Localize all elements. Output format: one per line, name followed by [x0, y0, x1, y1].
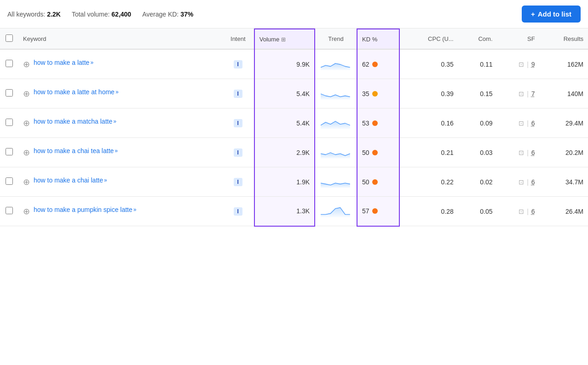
row-checkbox[interactable]: [6, 119, 13, 126]
results-cell: 20.2M: [540, 138, 588, 167]
kd-dot: [372, 179, 378, 185]
add-to-list-button[interactable]: + Add to list: [522, 6, 581, 23]
table-row: ⊕ how to make a latte » I 9.9K: [0, 49, 588, 79]
header-bar: All keywords: 2.2K Total volume: 62,400 …: [0, 0, 588, 29]
intent-cell: I: [222, 197, 254, 226]
intent-cell: I: [222, 79, 254, 108]
volume-cell: 9.9K: [254, 49, 315, 79]
sf-icon: ⊡: [519, 149, 524, 156]
intent-badge: I: [234, 90, 242, 98]
com-cell: 0.02: [458, 167, 497, 197]
select-all-checkbox[interactable]: [6, 34, 13, 42]
keyword-link[interactable]: how to make a chai latte »: [34, 177, 107, 184]
keyword-link[interactable]: how to make a matcha latte »: [34, 118, 116, 125]
keywords-table: Keyword Intent Volume ⊞ Trend KD % CPC (…: [0, 29, 588, 227]
results-value: 34.7M: [565, 178, 583, 186]
keyword-link[interactable]: how to make a latte »: [34, 59, 93, 66]
volume-column-header[interactable]: Volume ⊞: [254, 29, 315, 49]
row-checkbox-cell[interactable]: [0, 167, 18, 197]
kd-cell: 35: [357, 79, 399, 108]
cpc-cell: 0.16: [399, 108, 458, 138]
com-cell: 0.15: [458, 79, 497, 108]
trend-cell: [315, 108, 357, 138]
keyword-column-header: Keyword: [18, 29, 222, 49]
row-checkbox-cell[interactable]: [0, 108, 18, 138]
total-volume-stat: Total volume: 62,400: [72, 11, 131, 18]
row-checkbox[interactable]: [6, 207, 13, 214]
row-checkbox[interactable]: [6, 148, 13, 155]
intent-cell: I: [222, 138, 254, 167]
com-cell: 0.09: [458, 108, 497, 138]
kd-cell: 53: [357, 108, 399, 138]
sf-icon: ⊡: [519, 120, 524, 127]
volume-cell: 1.3K: [254, 197, 315, 226]
com-value: 0.09: [480, 120, 492, 127]
table-header-row: Keyword Intent Volume ⊞ Trend KD % CPC (…: [0, 29, 588, 49]
results-cell: 29.4M: [540, 108, 588, 138]
intent-badge: I: [234, 207, 242, 216]
kd-dot: [372, 120, 378, 126]
plus-icon: +: [531, 10, 535, 18]
sf-value: 9: [531, 61, 535, 68]
row-checkbox-cell[interactable]: [0, 138, 18, 167]
row-checkbox-cell[interactable]: [0, 197, 18, 226]
row-checkbox[interactable]: [6, 177, 13, 185]
keyword-add-icon[interactable]: ⊕: [23, 177, 30, 187]
keyword-cell: ⊕ how to make a matcha latte »: [18, 108, 222, 138]
kd-value: 50: [362, 149, 369, 156]
com-cell: 0.03: [458, 138, 497, 167]
keyword-arrows: »: [104, 177, 107, 183]
table-row: ⊕ how to make a chai latte » I 1.9K: [0, 167, 588, 197]
sf-cell: ⊡ | 7: [497, 79, 540, 108]
keyword-link[interactable]: how to make a chai tea latte »: [34, 147, 118, 154]
intent-badge: I: [234, 148, 242, 157]
intent-badge: I: [234, 178, 242, 186]
row-checkbox[interactable]: [6, 89, 13, 97]
sf-icon: ⊡: [519, 208, 524, 215]
kd-dot: [372, 91, 378, 97]
sf-icon: ⊡: [519, 178, 524, 186]
cpc-value: 0.35: [441, 61, 453, 68]
volume-cell: 5.4K: [254, 108, 315, 138]
sf-icon: ⊡: [519, 90, 524, 97]
header-stats: All keywords: 2.2K Total volume: 62,400 …: [7, 11, 522, 18]
kd-value: 50: [362, 178, 369, 186]
keyword-add-icon[interactable]: ⊕: [23, 118, 30, 128]
all-keywords-stat: All keywords: 2.2K: [7, 11, 61, 18]
keyword-add-icon[interactable]: ⊕: [23, 89, 30, 99]
volume-filter-icon[interactable]: ⊞: [281, 36, 286, 43]
keyword-cell: ⊕ how to make a latte at home »: [18, 79, 222, 108]
results-value: 162M: [567, 61, 583, 68]
keyword-add-icon[interactable]: ⊕: [23, 206, 30, 217]
sf-cell: ⊡ | 6: [497, 138, 540, 167]
volume-value: 9.9K: [296, 61, 310, 68]
sf-cell: ⊡ | 6: [497, 167, 540, 197]
total-volume-value: 62,400: [111, 11, 131, 18]
keyword-arrows: »: [115, 89, 119, 95]
cpc-cell: 0.22: [399, 167, 458, 197]
table-row: ⊕ how to make a latte at home » I 5.4K: [0, 79, 588, 108]
volume-value: 2.9K: [296, 149, 310, 156]
keyword-link[interactable]: how to make a latte at home »: [34, 88, 119, 96]
sf-cell: ⊡ | 6: [497, 108, 540, 138]
intent-cell: I: [222, 167, 254, 197]
com-value: 0.11: [480, 61, 492, 68]
results-value: 29.4M: [565, 120, 583, 127]
kd-dot: [372, 150, 378, 155]
table-row: ⊕ how to make a pumpkin spice latte » I …: [0, 197, 588, 226]
row-checkbox-cell[interactable]: [0, 79, 18, 108]
volume-value: 5.4K: [296, 120, 310, 127]
select-all-header[interactable]: [0, 29, 18, 49]
keyword-add-icon[interactable]: ⊕: [23, 148, 30, 158]
trend-cell: [315, 138, 357, 167]
row-checkbox[interactable]: [6, 60, 13, 67]
keyword-link[interactable]: how to make a pumpkin spice latte »: [34, 206, 136, 213]
row-checkbox-cell[interactable]: [0, 49, 18, 79]
avg-kd-stat: Average KD: 37%: [142, 11, 193, 18]
trend-cell: [315, 79, 357, 108]
com-cell: 0.11: [458, 49, 497, 79]
keyword-add-icon[interactable]: ⊕: [23, 59, 30, 69]
volume-cell: 1.9K: [254, 167, 315, 197]
kd-cell: 50: [357, 167, 399, 197]
kd-cell: 57: [357, 197, 399, 226]
